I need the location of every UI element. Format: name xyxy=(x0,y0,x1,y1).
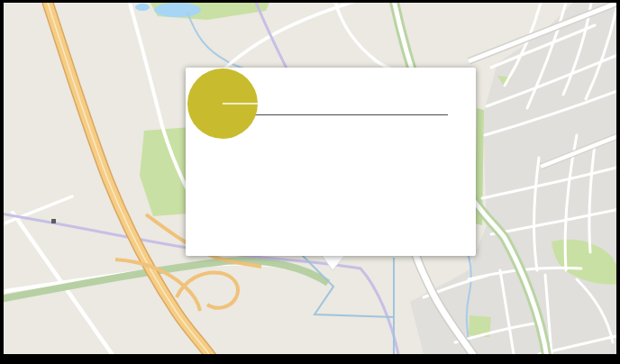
job-info-popup xyxy=(186,68,476,256)
frame-bottom xyxy=(0,354,620,364)
poi-dot-icon xyxy=(51,219,56,223)
poi-label-ottawa-regional-towing[interactable] xyxy=(51,219,61,223)
map-application-window xyxy=(0,0,620,364)
frame-top xyxy=(0,0,620,3)
map-canvas[interactable] xyxy=(0,0,620,364)
frame-left xyxy=(0,0,4,364)
pie-chart xyxy=(186,68,260,140)
frame-right xyxy=(616,0,620,364)
popup-pointer xyxy=(315,253,351,273)
